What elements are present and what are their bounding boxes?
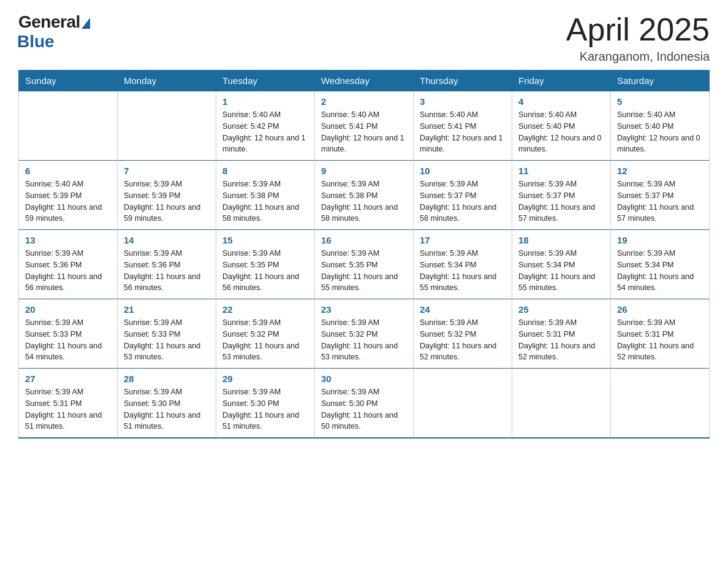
day-info: Sunrise: 5:39 AM Sunset: 5:33 PM Dayligh… [25, 317, 111, 363]
day-info: Sunrise: 5:39 AM Sunset: 5:34 PM Dayligh… [420, 248, 506, 294]
calendar-cell: 5Sunrise: 5:40 AM Sunset: 5:40 PM Daylig… [611, 91, 710, 161]
calendar-cell: 1Sunrise: 5:40 AM Sunset: 5:42 PM Daylig… [216, 91, 315, 161]
logo-blue-text: Blue [17, 32, 55, 52]
day-info: Sunrise: 5:39 AM Sunset: 5:30 PM Dayligh… [124, 386, 210, 432]
day-info: Sunrise: 5:39 AM Sunset: 5:36 PM Dayligh… [124, 248, 210, 294]
calendar-cell: 25Sunrise: 5:39 AM Sunset: 5:31 PM Dayli… [512, 299, 611, 369]
calendar-cell: 8Sunrise: 5:39 AM Sunset: 5:38 PM Daylig… [216, 161, 315, 230]
day-number: 1 [222, 96, 308, 107]
day-number: 10 [420, 166, 506, 176]
day-info: Sunrise: 5:39 AM Sunset: 5:30 PM Dayligh… [222, 386, 308, 432]
day-number: 6 [25, 166, 111, 176]
day-number: 23 [321, 304, 407, 315]
header-wednesday: Wednesday [315, 71, 414, 91]
calendar-cell: 29Sunrise: 5:39 AM Sunset: 5:30 PM Dayli… [216, 369, 315, 439]
header-row: Sunday Monday Tuesday Wednesday Thursday… [19, 71, 710, 91]
day-number: 4 [518, 96, 604, 107]
calendar-cell: 18Sunrise: 5:39 AM Sunset: 5:34 PM Dayli… [512, 230, 611, 299]
week-row-5: 27Sunrise: 5:39 AM Sunset: 5:31 PM Dayli… [19, 369, 710, 439]
calendar-cell: 21Sunrise: 5:39 AM Sunset: 5:33 PM Dayli… [118, 299, 216, 369]
calendar-cell: 17Sunrise: 5:39 AM Sunset: 5:34 PM Dayli… [414, 230, 512, 299]
day-info: Sunrise: 5:39 AM Sunset: 5:30 PM Dayligh… [321, 386, 407, 432]
calendar-cell: 22Sunrise: 5:39 AM Sunset: 5:32 PM Dayli… [216, 299, 315, 369]
calendar-cell: 14Sunrise: 5:39 AM Sunset: 5:36 PM Dayli… [118, 230, 216, 299]
calendar-cell: 19Sunrise: 5:39 AM Sunset: 5:34 PM Dayli… [611, 230, 710, 299]
day-info: Sunrise: 5:39 AM Sunset: 5:35 PM Dayligh… [321, 248, 407, 294]
calendar-cell: 23Sunrise: 5:39 AM Sunset: 5:32 PM Dayli… [315, 299, 414, 369]
day-number: 18 [518, 235, 604, 245]
calendar-cell: 24Sunrise: 5:39 AM Sunset: 5:32 PM Dayli… [414, 299, 512, 369]
day-info: Sunrise: 5:39 AM Sunset: 5:37 PM Dayligh… [420, 178, 506, 224]
day-number: 22 [222, 304, 308, 315]
day-info: Sunrise: 5:40 AM Sunset: 5:41 PM Dayligh… [420, 109, 506, 155]
day-info: Sunrise: 5:40 AM Sunset: 5:39 PM Dayligh… [25, 178, 111, 224]
calendar-cell [19, 91, 118, 161]
calendar-header: Sunday Monday Tuesday Wednesday Thursday… [19, 71, 710, 91]
calendar-cell: 30Sunrise: 5:39 AM Sunset: 5:30 PM Dayli… [315, 369, 414, 439]
day-number: 20 [25, 304, 111, 315]
logo-triangle-icon [82, 18, 90, 29]
week-row-4: 20Sunrise: 5:39 AM Sunset: 5:33 PM Dayli… [19, 299, 710, 369]
day-number: 2 [321, 96, 407, 107]
day-info: Sunrise: 5:40 AM Sunset: 5:40 PM Dayligh… [617, 109, 703, 155]
day-number: 7 [124, 166, 210, 176]
day-number: 9 [321, 166, 407, 176]
calendar-title: April 2025 [566, 12, 710, 47]
calendar-cell: 27Sunrise: 5:39 AM Sunset: 5:31 PM Dayli… [19, 369, 118, 439]
calendar-cell [118, 91, 216, 161]
calendar-cell: 3Sunrise: 5:40 AM Sunset: 5:41 PM Daylig… [414, 91, 512, 161]
calendar-cell: 10Sunrise: 5:39 AM Sunset: 5:37 PM Dayli… [414, 161, 512, 230]
header-monday: Monday [118, 71, 216, 91]
day-number: 12 [617, 166, 703, 176]
day-info: Sunrise: 5:39 AM Sunset: 5:34 PM Dayligh… [617, 248, 703, 294]
calendar-cell: 9Sunrise: 5:39 AM Sunset: 5:38 PM Daylig… [315, 161, 414, 230]
week-row-2: 6Sunrise: 5:40 AM Sunset: 5:39 PM Daylig… [19, 161, 710, 230]
day-number: 17 [420, 235, 506, 245]
logo: General Blue [18, 12, 90, 52]
header-friday: Friday [512, 71, 611, 91]
calendar-cell: 11Sunrise: 5:39 AM Sunset: 5:37 PM Dayli… [512, 161, 611, 230]
day-number: 25 [518, 304, 604, 315]
day-info: Sunrise: 5:39 AM Sunset: 5:31 PM Dayligh… [518, 317, 604, 363]
day-info: Sunrise: 5:39 AM Sunset: 5:38 PM Dayligh… [321, 178, 407, 224]
day-number: 26 [617, 304, 703, 315]
day-info: Sunrise: 5:39 AM Sunset: 5:36 PM Dayligh… [25, 248, 111, 294]
header-sunday: Sunday [19, 71, 118, 91]
calendar-cell: 4Sunrise: 5:40 AM Sunset: 5:40 PM Daylig… [512, 91, 611, 161]
day-number: 3 [420, 96, 506, 107]
day-info: Sunrise: 5:39 AM Sunset: 5:34 PM Dayligh… [518, 248, 604, 294]
calendar-cell [414, 369, 512, 439]
day-info: Sunrise: 5:39 AM Sunset: 5:31 PM Dayligh… [617, 317, 703, 363]
day-info: Sunrise: 5:39 AM Sunset: 5:33 PM Dayligh… [124, 317, 210, 363]
day-info: Sunrise: 5:39 AM Sunset: 5:35 PM Dayligh… [222, 248, 308, 294]
calendar-cell: 13Sunrise: 5:39 AM Sunset: 5:36 PM Dayli… [19, 230, 118, 299]
calendar-cell [611, 369, 710, 439]
day-number: 29 [222, 373, 308, 384]
calendar-cell: 7Sunrise: 5:39 AM Sunset: 5:39 PM Daylig… [118, 161, 216, 230]
calendar-cell: 28Sunrise: 5:39 AM Sunset: 5:30 PM Dayli… [118, 369, 216, 439]
day-number: 24 [420, 304, 506, 315]
week-row-3: 13Sunrise: 5:39 AM Sunset: 5:36 PM Dayli… [19, 230, 710, 299]
calendar-body: 1Sunrise: 5:40 AM Sunset: 5:42 PM Daylig… [19, 91, 710, 439]
header-tuesday: Tuesday [216, 71, 315, 91]
calendar-cell: 12Sunrise: 5:39 AM Sunset: 5:37 PM Dayli… [611, 161, 710, 230]
day-info: Sunrise: 5:40 AM Sunset: 5:41 PM Dayligh… [321, 109, 407, 155]
header-thursday: Thursday [414, 71, 512, 91]
day-number: 11 [518, 166, 604, 176]
day-info: Sunrise: 5:39 AM Sunset: 5:32 PM Dayligh… [420, 317, 506, 363]
day-info: Sunrise: 5:39 AM Sunset: 5:32 PM Dayligh… [222, 317, 308, 363]
day-number: 5 [617, 96, 703, 107]
day-number: 28 [124, 373, 210, 384]
calendar-cell: 26Sunrise: 5:39 AM Sunset: 5:31 PM Dayli… [611, 299, 710, 369]
calendar-cell: 15Sunrise: 5:39 AM Sunset: 5:35 PM Dayli… [216, 230, 315, 299]
page-header: General Blue April 2025 Karanganom, Indo… [18, 12, 710, 64]
calendar-cell: 20Sunrise: 5:39 AM Sunset: 5:33 PM Dayli… [19, 299, 118, 369]
day-info: Sunrise: 5:39 AM Sunset: 5:37 PM Dayligh… [617, 178, 703, 224]
title-block: April 2025 Karanganom, Indonesia [566, 12, 710, 64]
day-info: Sunrise: 5:39 AM Sunset: 5:39 PM Dayligh… [124, 178, 210, 224]
calendar-cell: 2Sunrise: 5:40 AM Sunset: 5:41 PM Daylig… [315, 91, 414, 161]
day-number: 19 [617, 235, 703, 245]
day-number: 8 [222, 166, 308, 176]
day-number: 13 [25, 235, 111, 245]
day-info: Sunrise: 5:39 AM Sunset: 5:38 PM Dayligh… [222, 178, 308, 224]
